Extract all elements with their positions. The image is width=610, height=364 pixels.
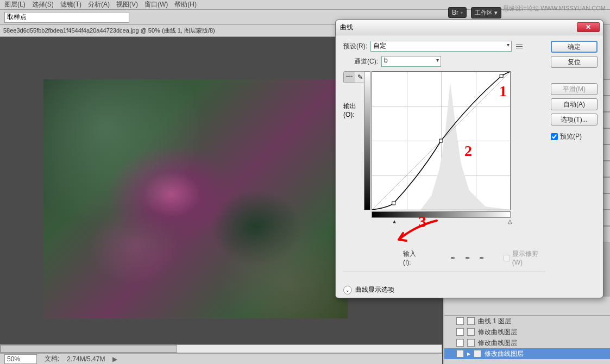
svg-rect-2 xyxy=(439,139,443,142)
brush-icon: ▸ xyxy=(467,350,470,357)
smooth-button[interactable]: 平滑(M) xyxy=(551,83,598,95)
curve-line xyxy=(372,72,510,210)
expand-display-options[interactable]: ⌄ xyxy=(343,286,352,294)
history-step-label: 修改曲线图层 xyxy=(485,349,524,359)
channel-label: 通道(C): xyxy=(354,57,378,66)
options-button[interactable]: 选项(T)... xyxy=(551,114,598,125)
eyedropper-white-icon[interactable]: ✒ xyxy=(477,253,487,263)
workspace-switcher: Br▾ 工作区 ▾ xyxy=(448,0,501,25)
menu-help[interactable]: 帮助(H) xyxy=(174,0,197,9)
curve-point-tool[interactable]: 〰 xyxy=(344,72,355,83)
history-row[interactable]: ▸修改曲线图层 xyxy=(444,348,610,359)
annotation-2: 2 xyxy=(464,142,472,160)
panel-tab-8[interactable] xyxy=(602,193,610,210)
panel-tab-1[interactable] xyxy=(602,79,610,96)
curve-edit-mode: 〰 ✎ xyxy=(343,71,366,83)
history-panel: 曲线 1 图层 修改曲线图层 修改曲线图层 ▸修改曲线图层 xyxy=(444,315,610,364)
history-visibility-toggle[interactable] xyxy=(456,328,464,336)
history-row[interactable]: 曲线 1 图层 xyxy=(444,316,610,327)
panel-tab-6[interactable] xyxy=(602,161,610,177)
menu-view[interactable]: 视图(V) xyxy=(116,0,138,9)
history-step-icon xyxy=(467,328,475,336)
preview-checkbox[interactable]: 预览(P) xyxy=(551,132,598,141)
input-label: 输入(I): xyxy=(403,249,423,266)
menu-analyze[interactable]: 分析(A) xyxy=(88,0,110,9)
history-row[interactable]: 修改曲线图层 xyxy=(444,337,610,348)
history-row[interactable]: 修改曲线图层 xyxy=(444,327,610,337)
output-gradient xyxy=(364,71,370,210)
panel-tab-10[interactable] xyxy=(602,226,610,242)
input-gradient[interactable]: ▲ △ xyxy=(372,211,511,218)
svg-rect-1 xyxy=(392,202,395,205)
collapsed-panel-tabs xyxy=(602,79,610,242)
zoom-field[interactable]: 50% xyxy=(4,354,37,364)
eyedropper-gray-icon[interactable]: ✒ xyxy=(463,253,472,263)
workspace-button[interactable]: 工作区 ▾ xyxy=(471,7,501,18)
scrollbar-thumb[interactable] xyxy=(1,345,177,353)
image-leaf-photo xyxy=(43,79,348,318)
ok-button[interactable]: 确定 xyxy=(551,41,598,53)
bridge-button[interactable]: Br▾ xyxy=(448,7,467,18)
history-visibility-toggle[interactable] xyxy=(456,317,464,325)
menu-window[interactable]: 窗口(W) xyxy=(144,0,168,9)
eyedropper-black-icon[interactable]: ✒ xyxy=(449,253,458,263)
curve-graph[interactable]: 1 2 xyxy=(372,71,511,210)
history-step-label: 修改曲线图层 xyxy=(478,338,517,348)
display-options-label: 曲线显示选项 xyxy=(355,285,394,294)
history-step-label: 曲线 1 图层 xyxy=(478,317,511,326)
history-step-icon xyxy=(467,317,475,325)
dialog-button-column: 确定 复位 平滑(M) 自动(A) 选项(T)... 预览(P) xyxy=(551,41,598,294)
panel-tab-7[interactable] xyxy=(602,177,610,193)
history-step-icon xyxy=(474,350,481,357)
preset-menu-icon[interactable] xyxy=(515,42,524,51)
panel-tab-4[interactable] xyxy=(602,128,610,145)
panel-tab-5[interactable] xyxy=(602,145,610,161)
panel-tab-9[interactable] xyxy=(602,210,610,226)
history-step-label: 修改曲线图层 xyxy=(478,328,517,337)
preset-label: 预设(R): xyxy=(343,42,367,51)
history-step-icon xyxy=(467,339,475,347)
status-bar: 50% 文档: 2.74M/5.47M ▶ xyxy=(0,353,442,364)
channel-select[interactable]: b xyxy=(381,56,441,67)
menu-layer[interactable]: 图层(L) xyxy=(4,0,26,9)
menu-select[interactable]: 选择(S) xyxy=(32,0,54,9)
dialog-title: 曲线 xyxy=(340,23,353,32)
horizontal-scrollbar[interactable] xyxy=(0,344,442,353)
history-visibility-toggle[interactable] xyxy=(456,350,464,357)
annotation-arrow xyxy=(393,218,442,245)
panel-tab-3[interactable] xyxy=(602,112,610,128)
status-arrow-icon[interactable]: ▶ xyxy=(112,355,117,363)
doc-size-value: 2.74M/5.47M xyxy=(67,355,105,363)
show-clipping-checkbox[interactable]: 显示修剪(W) xyxy=(504,249,545,266)
doc-size-label: 文档: xyxy=(45,354,59,363)
annotation-1: 1 xyxy=(499,83,507,100)
svg-rect-3 xyxy=(500,74,503,78)
curves-dialog: 曲线 ✕ 预设(R): 自定 通道(C): b 〰 ✎ xyxy=(335,20,603,298)
reset-button[interactable]: 复位 xyxy=(551,56,598,68)
watermark-text: 思缘设计论坛 WWW.MISSYUAN.COM xyxy=(503,4,606,12)
close-button[interactable]: ✕ xyxy=(577,22,600,32)
sample-point-select[interactable]: 取样点 xyxy=(4,12,129,23)
preset-select[interactable]: 自定 xyxy=(370,41,512,52)
auto-button[interactable]: 自动(A) xyxy=(551,98,598,110)
curve-graph-container: 1 2 ▲ △ 3 xyxy=(372,71,511,241)
history-visibility-toggle[interactable] xyxy=(456,339,464,347)
panel-tab-2[interactable] xyxy=(602,96,610,112)
menu-filter[interactable]: 滤镜(T) xyxy=(60,0,81,9)
white-point-slider[interactable]: △ xyxy=(508,218,512,224)
